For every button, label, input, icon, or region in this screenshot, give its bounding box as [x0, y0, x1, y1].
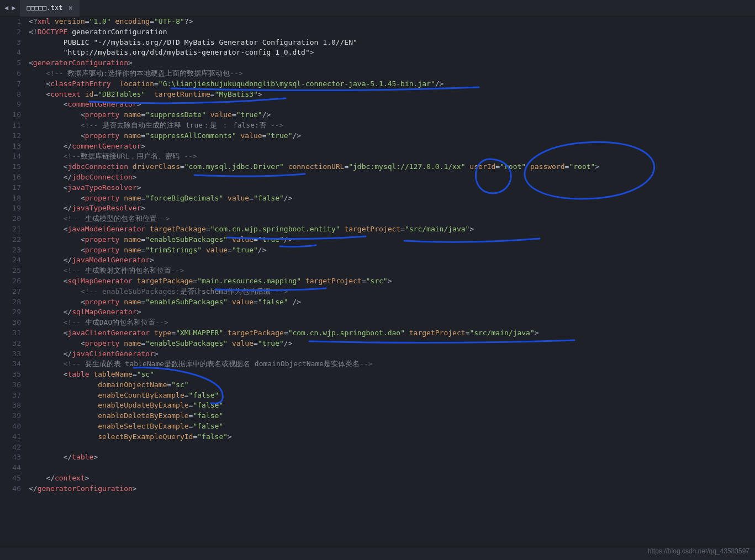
- line-number: 19: [0, 203, 21, 214]
- nav-back-icon[interactable]: ◀: [4, 3, 8, 13]
- line-number: 36: [0, 380, 21, 390]
- line-number: 26: [0, 276, 21, 287]
- line-number: 45: [0, 473, 21, 484]
- line-number: 34: [0, 359, 21, 369]
- line-number: 29: [0, 307, 21, 318]
- code-line[interactable]: <generatorConfiguration>: [29, 58, 755, 68]
- line-number: 5: [0, 58, 21, 68]
- line-number: 3: [0, 38, 21, 48]
- code-line[interactable]: enableCountByExample="false": [29, 390, 755, 401]
- line-number: 44: [0, 463, 21, 473]
- code-line[interactable]: <javaModelGenerator targetPackage="com.c…: [29, 224, 755, 235]
- code-line[interactable]: <property name="enableSubPackages" value…: [29, 235, 755, 245]
- line-number: 37: [0, 390, 21, 401]
- line-number: 14: [0, 151, 21, 162]
- code-line[interactable]: <context id="DB2Tables" targetRuntime="M…: [29, 89, 755, 100]
- line-number: 28: [0, 297, 21, 308]
- code-line[interactable]: selectByExampleQueryId="false">: [29, 432, 755, 442]
- code-line[interactable]: </javaTypeResolver>: [29, 203, 755, 214]
- line-number: 1: [0, 17, 21, 27]
- code-line[interactable]: [29, 442, 755, 453]
- code-line[interactable]: <!DOCTYPE generatorConfiguration: [29, 27, 755, 38]
- code-line[interactable]: </sqlMapGenerator>: [29, 307, 755, 318]
- line-number: 24: [0, 255, 21, 266]
- line-number: 22: [0, 235, 21, 245]
- code-line[interactable]: <property name="suppressDate" value="tru…: [29, 110, 755, 120]
- line-number: 18: [0, 193, 21, 204]
- code-line[interactable]: <sqlMapGenerator targetPackage="main.res…: [29, 276, 755, 287]
- code-line[interactable]: </commentGenerator>: [29, 141, 755, 152]
- code-line[interactable]: <property name="forceBigDecimals" value=…: [29, 193, 755, 204]
- line-number: 38: [0, 400, 21, 411]
- line-number: 46: [0, 484, 21, 494]
- line-number: 11: [0, 120, 21, 131]
- line-number: 9: [0, 99, 21, 110]
- code-line[interactable]: enableUpdateByExample="false": [29, 400, 755, 411]
- code-line[interactable]: <classPathEntry location="G:\lianjieshuj…: [29, 79, 755, 89]
- code-line[interactable]: <!-- 生成DAO的包名和位置-->: [29, 318, 755, 328]
- line-number: 17: [0, 183, 21, 193]
- code-line[interactable]: <?xml version="1.0" encoding="UTF-8"?>: [29, 17, 755, 27]
- code-line[interactable]: <!-- 是否去除自动生成的注释 true：是 ： false:否 -->: [29, 120, 755, 131]
- line-number: 7: [0, 79, 21, 89]
- code-line[interactable]: </javaClientGenerator>: [29, 349, 755, 360]
- close-icon[interactable]: ×: [68, 3, 73, 13]
- code-line[interactable]: </context>: [29, 473, 755, 484]
- line-number: 23: [0, 245, 21, 256]
- line-number: 43: [0, 452, 21, 463]
- code-line[interactable]: </javaModelGenerator>: [29, 255, 755, 266]
- code-line[interactable]: <property name="enableSubPackages" value…: [29, 339, 755, 349]
- line-number: 4: [0, 47, 21, 58]
- line-number: 30: [0, 318, 21, 328]
- code-line[interactable]: <commentGenerator>: [29, 99, 755, 110]
- code-line[interactable]: <property name="suppressAllComments" val…: [29, 131, 755, 141]
- line-number: 15: [0, 162, 21, 172]
- line-number: 21: [0, 224, 21, 235]
- tab-file[interactable]: □□□□□.txt ×: [20, 0, 79, 17]
- code-editor[interactable]: 1234567891011121314151617181920212223242…: [0, 17, 755, 560]
- code-line[interactable]: </generatorConfiguration>: [29, 484, 755, 494]
- code-line[interactable]: PUBLIC "-//mybatis.org//DTD MyBatis Gene…: [29, 38, 755, 48]
- code-line[interactable]: enableSelectByExample="false": [29, 421, 755, 432]
- line-number: 39: [0, 411, 21, 421]
- code-line[interactable]: [29, 463, 755, 473]
- line-number-gutter: 1234567891011121314151617181920212223242…: [0, 17, 29, 560]
- code-line[interactable]: <javaTypeResolver>: [29, 183, 755, 193]
- tab-title: □□□□□.txt: [27, 3, 62, 13]
- code-line[interactable]: "http://mybatis.org/dtd/mybatis-generato…: [29, 47, 755, 58]
- line-number: 42: [0, 442, 21, 453]
- code-line[interactable]: <jdbcConnection driverClass="com.mysql.j…: [29, 162, 755, 172]
- code-line[interactable]: <property name="trimStrings" value="true…: [29, 245, 755, 256]
- code-line[interactable]: </jdbcConnection>: [29, 172, 755, 183]
- nav-arrows: ◀ ▶: [0, 3, 20, 13]
- code-line[interactable]: <!-- 生成映射文件的包名和位置-->: [29, 266, 755, 276]
- code-line[interactable]: <!--数据库链接URL，用户名、密码 -->: [29, 151, 755, 162]
- code-line[interactable]: <!-- 要生成的表 tableName是数据库中的表名或视图名 domainO…: [29, 359, 755, 369]
- line-number: 6: [0, 68, 21, 79]
- nav-forward-icon[interactable]: ▶: [12, 3, 15, 13]
- watermark: https://blog.csdn.net/qq_43583597: [648, 546, 749, 557]
- line-number: 27: [0, 287, 21, 297]
- line-number: 12: [0, 131, 21, 141]
- code-line[interactable]: domainObjectName="sc": [29, 380, 755, 390]
- line-number: 40: [0, 421, 21, 432]
- line-number: 13: [0, 141, 21, 152]
- code-line[interactable]: <javaClientGenerator type="XMLMAPPER" ta…: [29, 328, 755, 339]
- code-area[interactable]: <?xml version="1.0" encoding="UTF-8"?><!…: [29, 17, 755, 560]
- code-line[interactable]: <!-- 数据库驱动:选择你的本地硬盘上面的数据库驱动包-->: [29, 68, 755, 79]
- line-number: 31: [0, 328, 21, 339]
- line-number: 32: [0, 339, 21, 349]
- line-number: 8: [0, 89, 21, 100]
- code-line[interactable]: <!-- enableSubPackages:是否让schema作为包的后缀 -…: [29, 287, 755, 297]
- code-line[interactable]: <!-- 生成模型的包名和位置-->: [29, 214, 755, 224]
- tab-bar: ◀ ▶ □□□□□.txt ×: [0, 0, 755, 17]
- code-line[interactable]: <property name="enableSubPackages" value…: [29, 297, 755, 308]
- line-number: 35: [0, 369, 21, 380]
- status-bar: [0, 547, 755, 560]
- line-number: 10: [0, 110, 21, 120]
- code-line[interactable]: <table tableName="sc": [29, 369, 755, 380]
- line-number: 20: [0, 214, 21, 224]
- code-line[interactable]: </table>: [29, 452, 755, 463]
- code-line[interactable]: enableDeleteByExample="false": [29, 411, 755, 421]
- line-number: 16: [0, 172, 21, 183]
